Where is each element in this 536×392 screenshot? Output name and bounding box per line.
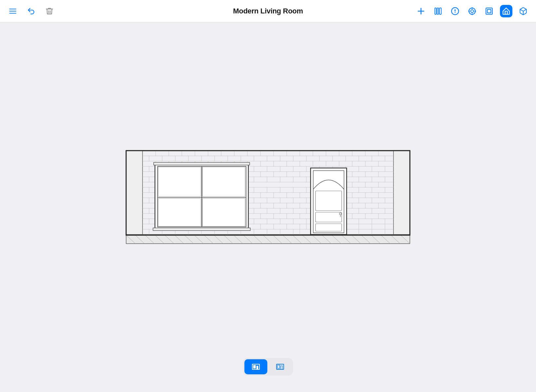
svg-rect-16 — [505, 11, 507, 14]
svg-rect-15 — [488, 9, 491, 13]
svg-rect-375 — [278, 365, 280, 368]
svg-rect-366 — [316, 224, 342, 231]
bottom-toolbar — [243, 358, 293, 376]
svg-rect-358 — [158, 167, 201, 196]
toolbar-left — [7, 5, 181, 17]
svg-rect-53 — [126, 151, 143, 234]
toolbar-right — [355, 5, 529, 17]
elevation-drawing-container — [125, 150, 411, 245]
frame-button[interactable] — [483, 5, 495, 17]
svg-rect-376 — [281, 366, 282, 369]
elevation-svg — [125, 150, 411, 245]
toolbar-center: Modern Living Room — [181, 7, 355, 15]
svg-point-9 — [471, 9, 474, 12]
svg-rect-6 — [437, 8, 438, 14]
svg-rect-23 — [126, 234, 410, 244]
svg-rect-359 — [202, 167, 245, 196]
svg-rect-365 — [316, 212, 342, 222]
elevation-view-button[interactable] — [269, 359, 292, 374]
page-title: Modern Living Room — [233, 7, 303, 15]
svg-rect-7 — [439, 8, 441, 14]
svg-rect-361 — [202, 198, 245, 226]
canvas-area[interactable] — [0, 22, 536, 392]
add-button[interactable] — [415, 5, 427, 17]
menu-button[interactable] — [7, 5, 19, 17]
cube-button[interactable] — [517, 5, 529, 17]
svg-rect-372 — [257, 366, 258, 369]
svg-rect-355 — [153, 228, 250, 231]
trash-button[interactable] — [43, 5, 56, 17]
svg-rect-5 — [435, 8, 436, 14]
svg-rect-55 — [393, 151, 410, 234]
svg-rect-364 — [316, 191, 342, 211]
svg-rect-354 — [154, 162, 250, 165]
house-button[interactable] — [500, 5, 512, 17]
undo-button[interactable] — [25, 5, 37, 17]
floorplan-view-button[interactable] — [244, 359, 267, 374]
target-button[interactable] — [466, 5, 478, 17]
svg-rect-371 — [253, 365, 256, 368]
svg-rect-360 — [158, 198, 201, 226]
library-button[interactable] — [432, 5, 444, 17]
svg-rect-14 — [486, 8, 492, 14]
toolbar: Modern Living Room — [0, 0, 536, 22]
info-button[interactable] — [449, 5, 461, 17]
